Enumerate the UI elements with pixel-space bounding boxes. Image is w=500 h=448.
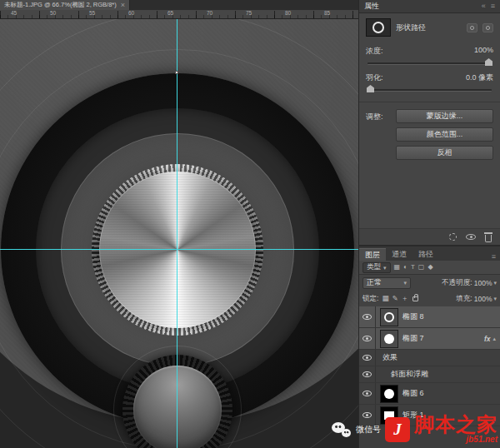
lock-row: 锁定: ▦ ✎ ＋ 填充: 100% ▾ xyxy=(359,291,500,306)
feather-value[interactable]: 0.0 像素 xyxy=(466,72,493,83)
vector-mask-button[interactable] xyxy=(482,23,493,32)
feather-slider-thumb[interactable] xyxy=(367,85,374,92)
filter-type-layers-icon[interactable]: T xyxy=(411,264,415,271)
layer-thumbnail[interactable] xyxy=(380,308,398,326)
right-panel-column: 属性 « ≡ 形状路径 浓度: 100% 羽化: 0.0 像素 xyxy=(358,0,500,448)
filter-kind-label: 类型 xyxy=(367,262,381,272)
color-range-button[interactable]: 颜色范围... xyxy=(396,127,493,142)
filter-pixel-layers-icon[interactable]: ▦ xyxy=(394,264,401,271)
tab-close-icon[interactable]: × xyxy=(121,2,125,9)
layer-row-bevel-emboss[interactable]: 斜面和浮雕 xyxy=(359,366,500,383)
document-tab[interactable]: 未标题-1.JPG @ 66.7%(椭圆 2, RGB/8*) × xyxy=(0,0,130,10)
ruler-number: 45 xyxy=(11,10,17,16)
opacity-label: 不透明度: xyxy=(442,278,472,288)
vertical-guide[interactable] xyxy=(177,19,178,448)
blend-mode-row: 正常 ▾ 不透明度: 100% ▾ xyxy=(359,275,500,291)
lock-label: 锁定: xyxy=(362,294,378,304)
eye-icon xyxy=(362,391,372,396)
ruler-number: 75 xyxy=(246,10,252,16)
tab-channels[interactable]: 通道 xyxy=(386,248,412,261)
mask-edge-button[interactable]: 蒙版边缘... xyxy=(396,109,493,123)
properties-panel-header: 属性 « ≡ xyxy=(359,0,500,13)
brand-name: 脚本之家 xyxy=(414,415,498,435)
horizontal-guide[interactable] xyxy=(0,249,358,250)
chevron-down-icon: ▾ xyxy=(493,280,497,286)
density-value[interactable]: 100% xyxy=(474,46,493,57)
chevron-down-icon: ▾ xyxy=(383,265,387,271)
fx-badge[interactable]: fx xyxy=(484,335,491,343)
load-selection-from-mask-icon[interactable] xyxy=(449,233,457,241)
layer-row-ellipse-8[interactable]: 椭圆 8 xyxy=(359,306,500,328)
delete-mask-icon[interactable] xyxy=(485,235,492,242)
brand-logo: J xyxy=(385,417,410,442)
adjust-label: 调整: xyxy=(366,109,396,160)
tab-layers[interactable]: 图层 xyxy=(359,248,386,261)
enable-mask-icon[interactable] xyxy=(466,234,476,240)
lock-transparency-icon[interactable]: ▦ xyxy=(382,295,388,302)
layer-row-ellipse-7[interactable]: 椭圆 7 fx ▴ xyxy=(359,328,500,350)
wechat-icon xyxy=(332,421,352,438)
visibility-toggle[interactable] xyxy=(359,350,376,366)
layer-thumbnail[interactable] xyxy=(380,330,398,348)
eye-icon xyxy=(362,314,372,320)
layer-name[interactable]: 椭圆 6 xyxy=(402,388,424,399)
tab-paths[interactable]: 路径 xyxy=(412,248,439,261)
visibility-toggle[interactable] xyxy=(359,306,376,327)
blend-mode-value: 正常 xyxy=(367,277,382,288)
canvas[interactable] xyxy=(0,19,358,448)
chevron-down-icon: ▾ xyxy=(403,280,407,286)
layer-filter-row: 类型 ▾ ▦ ◐ T ▢ ◆ xyxy=(359,261,500,275)
properties-panel-title: 属性 xyxy=(364,1,379,12)
panel-collapse-icon[interactable]: « xyxy=(482,2,486,10)
filter-shape-layers-icon[interactable]: ▢ xyxy=(418,264,425,271)
invert-button[interactable]: 反相 xyxy=(396,146,493,160)
photoshop-window: 未标题-1.JPG @ 66.7%(椭圆 2, RGB/8*) × 455055… xyxy=(0,0,500,448)
filter-smart-object-icon[interactable]: ◆ xyxy=(428,264,432,271)
mask-thumbnail[interactable] xyxy=(366,18,391,37)
filter-kind-select[interactable]: 类型 ▾ xyxy=(362,262,391,273)
filter-adjustment-layers-icon[interactable]: ◐ xyxy=(403,264,408,271)
visibility-toggle[interactable] xyxy=(359,366,376,382)
layer-name[interactable]: 椭圆 8 xyxy=(402,311,424,322)
lock-position-icon[interactable]: ＋ xyxy=(402,295,409,302)
effects-group-label[interactable]: 效果 xyxy=(382,352,398,363)
properties-panel: 属性 « ≡ 形状路径 浓度: 100% 羽化: 0.0 像素 xyxy=(359,0,500,245)
mask-header-row: 形状路径 xyxy=(359,13,500,38)
lock-all-icon[interactable] xyxy=(412,296,418,301)
pixel-mask-button[interactable] xyxy=(467,23,478,32)
fx-collapse-icon[interactable]: ▴ xyxy=(492,336,496,341)
fill-group[interactable]: 填充: 100% ▾ xyxy=(456,294,497,304)
density-slider-thumb[interactable] xyxy=(485,58,492,66)
layer-row-ellipse-6[interactable]: 椭圆 6 xyxy=(359,383,500,405)
layer-name[interactable]: 椭圆 7 xyxy=(402,333,424,344)
metal-knob-face xyxy=(99,172,256,328)
layer-row-effects[interactable]: 效果 xyxy=(359,350,500,366)
opacity-group[interactable]: 不透明度: 100% ▾ xyxy=(442,278,497,288)
fill-value[interactable]: 100% xyxy=(474,295,492,303)
document-area: 未标题-1.JPG @ 66.7%(椭圆 2, RGB/8*) × 455055… xyxy=(0,0,358,448)
path-anchor-point[interactable] xyxy=(175,71,178,74)
adjust-section: 调整: 蒙版边缘... 颜色范围... 反相 xyxy=(359,102,500,160)
feather-slider[interactable] xyxy=(368,89,492,92)
blend-mode-select[interactable]: 正常 ▾ xyxy=(362,277,411,289)
density-slider[interactable] xyxy=(368,62,492,65)
effect-name[interactable]: 斜面和浮雕 xyxy=(391,369,428,380)
mask-type-label: 形状路径 xyxy=(396,22,462,33)
visibility-toggle[interactable] xyxy=(359,383,376,404)
document-tabbar: 未标题-1.JPG @ 66.7%(椭圆 2, RGB/8*) × xyxy=(0,0,358,10)
visibility-toggle[interactable] xyxy=(359,328,376,349)
layer-thumbnail[interactable] xyxy=(380,385,398,403)
opacity-value[interactable]: 100% xyxy=(474,279,492,287)
horizontal-ruler[interactable]: 455055606570758085 xyxy=(0,10,358,19)
eye-icon xyxy=(362,371,372,377)
panel-menu-icon[interactable]: ≡ xyxy=(491,2,495,10)
chevron-down-icon: ▾ xyxy=(493,296,497,301)
wechat-label: 微信号 xyxy=(356,424,381,436)
feather-label: 羽化: xyxy=(366,72,383,83)
ruler-number: 55 xyxy=(89,10,95,16)
brand-site-url: jb51.net xyxy=(414,436,498,444)
lock-paint-icon[interactable]: ✎ xyxy=(392,295,398,302)
density-label: 浓度: xyxy=(366,46,383,57)
layers-panel-menu-icon[interactable]: ≡ xyxy=(492,253,496,261)
watermark: 微信号 J 脚本之家 jb51.net xyxy=(332,415,498,444)
